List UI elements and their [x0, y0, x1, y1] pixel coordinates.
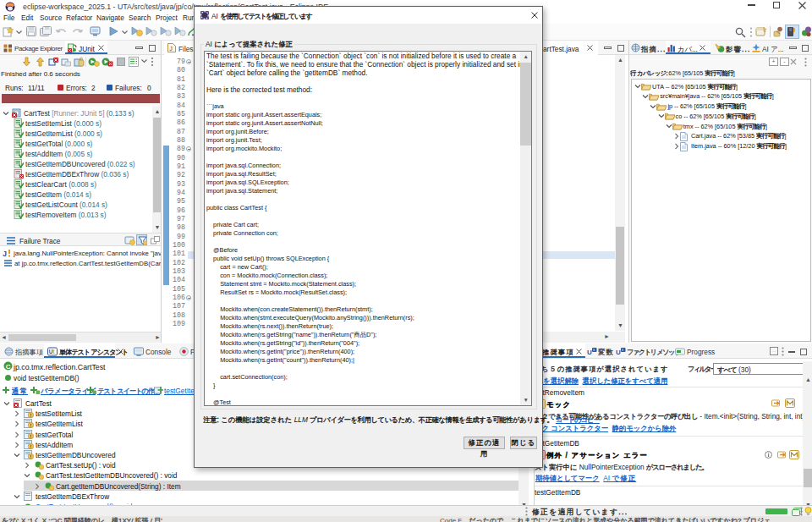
svg-text:Ut: Ut — [49, 349, 56, 354]
svg-text:U: U — [587, 349, 592, 356]
svg-text:J: J — [169, 46, 173, 52]
svg-text:C: C — [6, 363, 11, 371]
svg-text:U: U — [616, 349, 621, 356]
svg-text:J: J — [3, 250, 7, 258]
